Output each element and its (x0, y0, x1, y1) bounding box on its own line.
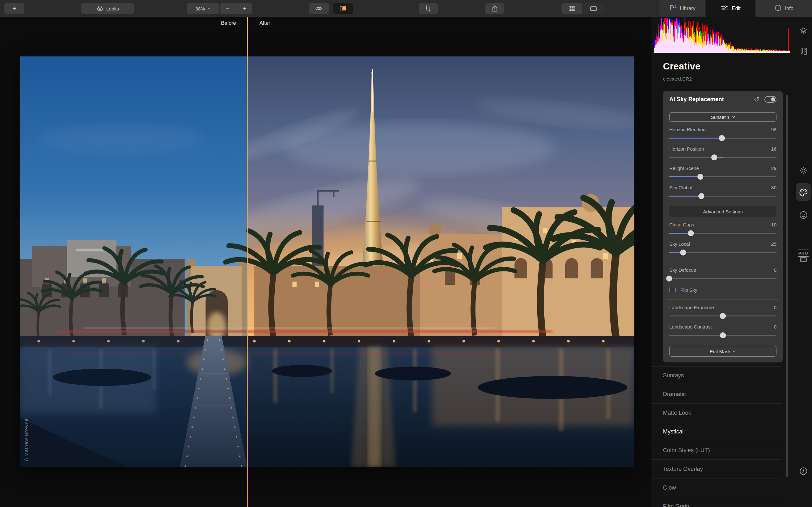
flip-sky-checkbox[interactable] (669, 287, 675, 293)
zoom-out-button[interactable]: − (220, 3, 236, 14)
professional-bag-icon[interactable] (799, 255, 808, 264)
slider-track[interactable] (669, 313, 776, 319)
section-mystical[interactable]: Mystical (651, 422, 782, 441)
slider-track[interactable] (669, 193, 776, 199)
tab-label: Library (680, 6, 696, 11)
slider-relight-scene: Relight Scene29 (669, 166, 776, 180)
slider-handle[interactable] (680, 249, 686, 256)
edit-mask-button[interactable]: Edit Mask (669, 346, 776, 357)
quick-preview-button[interactable] (309, 3, 329, 14)
panel-scrollbar[interactable] (786, 95, 788, 477)
section-sunrays[interactable]: Sunrays (651, 366, 782, 385)
slider-track[interactable] (669, 135, 776, 141)
slider-label: Horizon Position (669, 146, 704, 152)
sky-preset-dropdown[interactable]: Sunset 1 (669, 112, 776, 122)
tab-label: Edit (732, 6, 741, 11)
slider-handle[interactable] (711, 155, 717, 160)
slider-label: Relight Scene (669, 166, 699, 171)
portrait-face-icon[interactable] (799, 210, 808, 220)
slider-handle[interactable] (698, 174, 704, 180)
slider-value: 0 (774, 267, 776, 273)
tab-label: Info (785, 6, 794, 11)
canvas-tools-icon[interactable] (799, 47, 808, 56)
slider-handle[interactable] (720, 313, 726, 319)
slider-handle[interactable] (698, 193, 704, 199)
looks-venn-icon (96, 5, 104, 12)
minus-icon: − (226, 5, 230, 12)
slider-close-gaps: Close Gaps10 (669, 222, 776, 236)
flip-sky-row: Flip Sky (669, 287, 776, 293)
slider-track[interactable] (669, 155, 776, 160)
app-window: + Looks 38% − + (0, 0, 812, 507)
slider-horizon-blending: Horizon Blending98 (669, 127, 776, 141)
slider-value: 30 (771, 185, 776, 190)
tab-info[interactable]: Info (755, 0, 812, 17)
zoom-level-dropdown[interactable]: 38% (187, 3, 219, 14)
slider-label: Close Gaps (669, 222, 694, 227)
looks-button[interactable]: Looks (81, 3, 134, 14)
slider-value: 98 (771, 127, 776, 132)
slider-sky-global: Sky Global30 (669, 185, 776, 199)
photographer-watermark: ©Mathew Browne (23, 418, 29, 462)
tab-edit[interactable]: Edit (706, 0, 755, 17)
slider-horizon-position: Horizon Position-16 (669, 146, 776, 160)
slider-track[interactable] (669, 174, 776, 180)
slider-track[interactable] (669, 332, 776, 338)
sky-preset-value: Sunset 1 (711, 114, 729, 120)
zoom-in-button[interactable]: + (236, 3, 252, 14)
before-after-divider[interactable] (247, 17, 248, 507)
photo-canvas: ©Mathew Browne (20, 56, 634, 467)
slider-handle[interactable] (720, 332, 726, 338)
slider-track[interactable] (669, 276, 776, 282)
edit-side-panel: Creative elevated.CR2 AI Sky Replacement… (651, 17, 812, 507)
single-view-icon (589, 5, 598, 12)
slider-value: -16 (769, 146, 776, 152)
grid-view-icon (568, 5, 576, 12)
slider-handle[interactable] (719, 135, 725, 141)
tool-enabled-toggle[interactable] (764, 96, 776, 103)
histogram (654, 18, 790, 54)
crop-button[interactable] (419, 3, 438, 14)
chevron-down-icon (732, 116, 735, 118)
ai-sky-replacement-card: AI Sky Replacement ↺ Sunset 1 Horizon Bl… (663, 91, 783, 362)
slider-handle[interactable] (688, 230, 694, 236)
slider-label: Horizon Blending (669, 127, 705, 132)
creative-palette-icon[interactable] (799, 188, 808, 197)
toggle-knob (771, 97, 775, 102)
section-glow[interactable]: Glow (651, 478, 782, 497)
layers-icon[interactable] (799, 27, 808, 35)
section-film-grain[interactable]: Film Grain (651, 497, 782, 507)
slider-sky-defocus: Sky Defocus0 (669, 267, 776, 282)
gallery-grid-view-button[interactable] (561, 3, 582, 14)
history-clock-icon[interactable] (799, 466, 808, 476)
slider-landscape-exposure: Landscape Exposure0 (669, 305, 776, 319)
slider-label: Sky Local (669, 241, 690, 247)
slider-label: Sky Global (669, 185, 692, 190)
slider-value: 25 (771, 241, 776, 247)
reset-tool-icon[interactable]: ↺ (754, 96, 759, 103)
section-texture-overlay[interactable]: Texture Overlay (651, 460, 782, 478)
section-matte-look[interactable]: Matte Look (651, 404, 782, 422)
slider-track[interactable] (669, 230, 776, 236)
edit-sliders-icon (720, 4, 728, 13)
chevron-down-icon (207, 8, 211, 10)
section-dramatic[interactable]: Dramatic (651, 385, 782, 404)
section-color-styles-lut[interactable]: Color Styles (LUT) (651, 441, 782, 460)
slider-track[interactable] (669, 249, 776, 256)
slider-value: 10 (771, 222, 776, 227)
advanced-settings-button[interactable]: Advanced Settings (669, 206, 776, 217)
before-after-compare-button[interactable] (333, 3, 353, 14)
info-icon (774, 4, 782, 13)
crop-icon (424, 5, 432, 12)
after-label: After (260, 20, 270, 26)
zoom-value: 38% (196, 6, 205, 11)
slider-label: Landscape Exposure (669, 305, 714, 310)
essentials-sun-icon[interactable] (799, 166, 808, 175)
slider-handle[interactable] (666, 276, 672, 282)
export-share-button[interactable] (485, 3, 504, 14)
slider-value: 0 (774, 324, 776, 329)
card-divider (667, 262, 778, 262)
single-image-view-button[interactable] (583, 3, 604, 14)
tab-library[interactable]: Library (659, 0, 706, 17)
add-photos-button[interactable]: + (4, 3, 24, 14)
